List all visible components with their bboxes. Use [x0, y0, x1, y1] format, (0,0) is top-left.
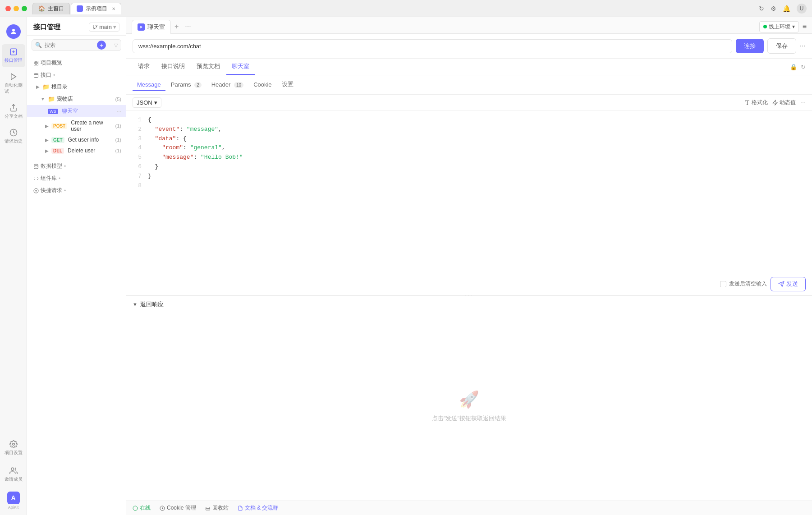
format-selector[interactable]: JSON ▾: [133, 97, 161, 108]
sidebar-item-invite[interactable]: 邀请成员: [2, 463, 25, 486]
tab-close-icon[interactable]: ✕: [112, 6, 115, 11]
save-button[interactable]: 保存: [767, 38, 796, 54]
sidebar: 接口管理 自动化测试 分享文档 请求历史 项目设置: [0, 17, 27, 515]
code-editor[interactable]: 12345678 { "event": "message", "data": {…: [126, 111, 812, 273]
nav-section-overview-label: 项目概览: [41, 59, 62, 67]
sub-tab-api-desc[interactable]: 接口说明: [156, 59, 190, 75]
svg-marker-2: [11, 74, 16, 80]
tree-petshop-count: (5): [115, 97, 121, 102]
sub-tab-chatroom[interactable]: 聊天室: [226, 59, 255, 75]
user-avatar[interactable]: U: [797, 4, 807, 14]
branch-selector[interactable]: main ▾: [89, 23, 119, 32]
connect-button[interactable]: 连接: [736, 39, 764, 53]
status-online[interactable]: 在线: [133, 504, 151, 512]
send-button[interactable]: 发送: [771, 277, 806, 291]
response-title: 返回响应: [140, 300, 164, 308]
sub-tab-preview[interactable]: 预览文档: [191, 59, 225, 75]
dynamic-action[interactable]: 动态值: [772, 99, 796, 106]
nav-tree: 项目概览 接口 • ▶ 📁 根目录 ▼ 📁 宠物店 (5): [27, 55, 126, 515]
close-traffic-light[interactable]: [5, 6, 11, 11]
status-online-label: 在线: [140, 504, 151, 512]
sidebar-item-share[interactable]: 分享文档: [2, 100, 25, 123]
tree-root-folder[interactable]: ▶ 📁 根目录: [27, 81, 126, 93]
sidebar-item-settings[interactable]: 项目设置: [2, 437, 25, 460]
nav-header: 接口管理 main ▾: [27, 17, 126, 36]
code-content: { "event": "message", "data": { "room": …: [148, 115, 806, 268]
status-docs[interactable]: 文档 & 交流群: [238, 504, 279, 512]
msg-tab-params[interactable]: Params 2: [166, 79, 206, 91]
clear-checkbox[interactable]: [720, 281, 726, 287]
tab-project[interactable]: 示例项目 ✕: [71, 3, 121, 14]
line-numbers: 12345678: [133, 115, 142, 268]
empty-state-text: 点击"发送"按钮获取返回结果: [432, 414, 506, 423]
chevron-down-icon: ▾: [154, 99, 157, 106]
svg-point-0: [12, 29, 15, 32]
tree-chatroom-label: 聊天室: [62, 107, 115, 115]
msg-tab-settings[interactable]: 设置: [277, 78, 298, 92]
nav-section-overview[interactable]: 项目概览: [27, 56, 126, 69]
sidebar-label-settings: 项目设置: [5, 450, 23, 456]
add-tab-button[interactable]: +: [172, 23, 181, 31]
tree-item-dots[interactable]: ···: [117, 108, 121, 115]
sidebar-item-home[interactable]: [2, 21, 25, 42]
nav-section-datamodel[interactable]: 数据模型 •: [27, 160, 126, 172]
sidebar-item-history[interactable]: 请求历史: [2, 125, 25, 148]
url-more-icon[interactable]: ···: [800, 42, 806, 50]
titlebar: 🏠 主窗口 示例项目 ✕ ↻ ⚙ 🔔 U: [0, 0, 812, 17]
tab-project-icon: [77, 5, 83, 12]
nav-title: 接口管理: [33, 23, 60, 32]
sidebar-label-invite: 邀请成员: [5, 476, 23, 483]
notification-icon[interactable]: 🔔: [783, 5, 790, 12]
nav-panel: 接口管理 main ▾ 🔍 ▽ +: [27, 17, 126, 515]
tree-petshop-label: 宠物店: [57, 95, 112, 103]
req-tab-chatroom[interactable]: 聊天室: [132, 20, 171, 34]
tree-get-user[interactable]: ▶ GET Get user info (1): [27, 134, 126, 145]
empty-state: 🚀 点击"发送"按钮获取返回结果: [126, 312, 812, 501]
status-inbox-label: 回收站: [212, 504, 229, 512]
tree-petshop-folder[interactable]: ▼ 📁 宠物店 (5): [27, 93, 126, 105]
status-docs-label: 文档 & 交流群: [245, 504, 279, 512]
sidebar-label-api: 接口管理: [5, 57, 23, 64]
tree-create-user[interactable]: ▶ POST Create a new user (1): [27, 117, 126, 134]
tab-home[interactable]: 🏠 主窗口: [32, 3, 70, 14]
sub-tabs: 请求 接口说明 预览文档 聊天室 🔒 ↻: [126, 59, 812, 75]
env-selector[interactable]: 线上环境 ▾: [759, 21, 799, 32]
sidebar-item-autotest[interactable]: 自动化测试: [2, 69, 25, 98]
lock-icon[interactable]: 🔒: [790, 64, 797, 70]
home-avatar: [6, 24, 21, 39]
status-cookie[interactable]: Cookie 管理: [160, 504, 196, 512]
more-editor-icon[interactable]: ⋯: [800, 100, 806, 106]
hamburger-icon[interactable]: ≡: [803, 23, 807, 31]
nav-section-api[interactable]: 接口 •: [27, 69, 126, 81]
nav-section-components[interactable]: 组件库 •: [27, 172, 126, 184]
del-badge: DEL: [51, 148, 64, 154]
format-action[interactable]: 格式化: [744, 99, 768, 106]
msg-tab-cookie[interactable]: Cookie: [249, 79, 276, 91]
settings-icon[interactable]: ⚙: [771, 5, 776, 12]
more-tabs-icon[interactable]: ···: [182, 23, 193, 31]
sidebar-item-api[interactable]: 接口管理: [2, 44, 25, 67]
search-input[interactable]: [32, 39, 121, 51]
add-nav-button[interactable]: +: [97, 41, 106, 50]
api-section-dot: •: [53, 72, 55, 78]
tree-delete-user-count: (1): [115, 148, 121, 153]
ws-badge: WS: [48, 109, 58, 114]
refresh-icon[interactable]: ↻: [759, 5, 764, 12]
svg-marker-21: [773, 100, 778, 105]
msg-tab-message[interactable]: Message: [133, 79, 165, 91]
url-input[interactable]: [133, 39, 732, 53]
tree-delete-user[interactable]: ▶ DEL Delete user (1): [27, 145, 126, 156]
editor-actions: 格式化 动态值 ⋯: [744, 99, 806, 106]
filter-icon[interactable]: ▽: [114, 42, 118, 48]
maximize-traffic-light[interactable]: [22, 6, 27, 11]
chevron-icon: ▶: [45, 138, 49, 143]
msg-tab-header[interactable]: Header 10: [207, 79, 248, 91]
sub-tab-request[interactable]: 请求: [133, 59, 155, 75]
minimize-traffic-light[interactable]: [14, 6, 19, 11]
nav-section-quickreq[interactable]: 快捷请求 •: [27, 184, 126, 196]
tree-chatroom-item[interactable]: WS 聊天室 ···: [27, 105, 126, 117]
status-inbox[interactable]: 回收站: [205, 504, 229, 512]
main-content: 聊天室 + ··· 线上环境 ▾ ≡ 连接 保存 ···: [126, 17, 812, 515]
refresh-icon[interactable]: ↻: [801, 64, 806, 70]
response-header[interactable]: ▼ 返回响应: [133, 296, 806, 312]
